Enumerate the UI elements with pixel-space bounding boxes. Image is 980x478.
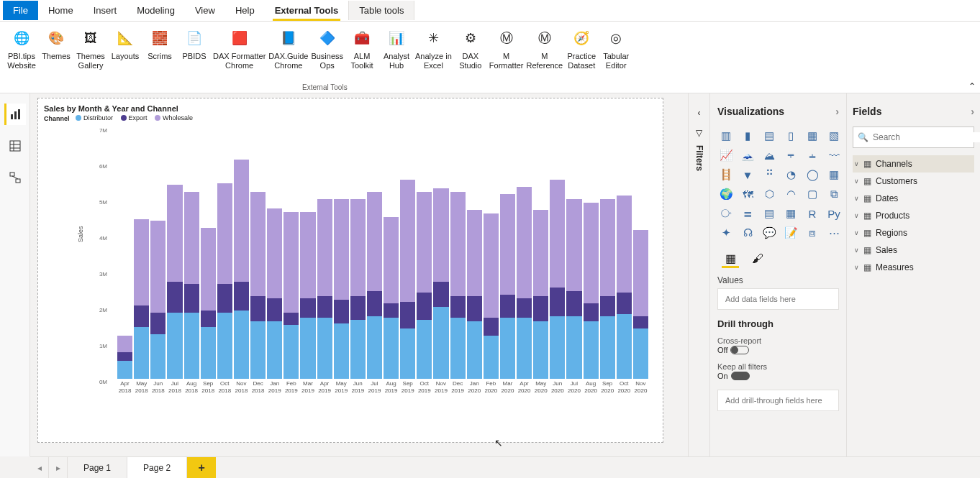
drillthrough-well[interactable]: Add drill-through fields here [717,390,839,411]
page-prev-button[interactable]: ◂ [30,457,49,478]
chart-bar[interactable] [533,210,548,379]
report-canvas[interactable]: Sales by Month & Year and Channel Channe… [37,98,663,443]
chart-bar[interactable] [250,192,266,379]
chart-bar[interactable] [167,185,182,379]
viz-qa-icon[interactable]: 💬 [761,225,778,241]
chart-bar[interactable] [184,192,199,379]
cross-report-toggle[interactable]: Off [717,346,749,354]
viz-paginated-icon[interactable]: ⧈ [804,225,821,241]
viz-multi-card-icon[interactable]: ⧉ [825,186,843,202]
viz-values-well[interactable]: Add data fields here [717,288,839,310]
chart-bar[interactable] [117,336,132,379]
viz-100-stacked-column-icon[interactable]: ▧ [825,128,843,144]
viz-clustered-column-icon[interactable]: ▯ [782,128,799,144]
field-table-row[interactable]: ∨ ▦ Sales [853,242,974,259]
ribbon-tool-9[interactable]: 🧰ALM Toolkit [346,24,378,70]
chart-bar[interactable] [500,194,515,380]
viz-narrative-icon[interactable]: 📝 [782,225,799,241]
page-add-button[interactable]: + [187,457,216,478]
viz-treemap-icon[interactable]: ▦ [825,167,843,183]
viz-waterfall-icon[interactable]: 🪜 [717,167,735,183]
viz-slicer-icon[interactable]: ≣ [739,206,756,221]
field-table-row[interactable]: ∨ ▦ Channels [853,155,974,173]
page-tab-1[interactable]: Page 1 [68,457,127,478]
viz-format-tab[interactable]: 🖌 [749,251,766,268]
viz-100-stacked-bar-icon[interactable]: ▦ [804,128,821,144]
viz-fields-tab[interactable]: ▦ [722,251,739,268]
ribbon-tool-7[interactable]: 📘DAX.Guide Chrome [268,24,308,70]
viz-matrix-icon[interactable]: ▦ [782,206,799,221]
menu-modeling[interactable]: Modeling [127,1,185,20]
rail-model-view[interactable] [4,167,26,188]
viz-line-clustered-icon[interactable]: ⫨ [804,147,821,163]
viz-table-icon[interactable]: ▤ [761,206,778,221]
chart-bar[interactable] [550,180,565,380]
viz-map-icon[interactable]: 🌍 [717,186,735,202]
chart-bar[interactable] [484,213,499,379]
viz-stacked-column-icon[interactable]: ▮ [739,128,756,144]
chart-bar[interactable] [600,199,615,379]
chart-bar[interactable] [150,221,165,379]
chart-bar[interactable] [367,192,382,379]
ribbon-collapse-button[interactable]: ⌃ [968,81,976,91]
ribbon-tool-5[interactable]: 📄PBIDS [178,24,210,61]
chart-bar[interactable] [517,187,532,380]
fields-search-input[interactable] [873,132,980,142]
chart-bar[interactable] [400,180,415,380]
viz-shape-map-icon[interactable]: ⬡ [761,186,778,202]
menu-view[interactable]: View [185,1,225,20]
viz-r-icon[interactable]: R [804,206,821,221]
field-table-row[interactable]: ∨ ▦ Products [853,207,974,224]
menu-external-tools[interactable]: External Tools [265,1,349,20]
field-table-row[interactable]: ∨ ▦ Regions [853,224,974,242]
viz-area-icon[interactable]: 🗻 [739,147,756,163]
viz-funnel-icon[interactable]: ▼ [739,167,756,183]
chart-bar[interactable] [317,199,332,379]
rail-report-view[interactable] [4,104,26,125]
viz-clustered-bar-icon[interactable]: ▤ [761,128,778,144]
field-table-row[interactable]: ∨ ▦ Customers [853,173,974,190]
chart-bar[interactable] [384,217,399,379]
chart-bar[interactable] [633,230,648,380]
chart-bar[interactable] [201,228,216,379]
ribbon-tool-4[interactable]: 🧱Scrims [144,24,176,61]
viz-filled-map-icon[interactable]: 🗺 [739,186,756,202]
menu-table-tools[interactable]: Table tools [348,1,414,20]
ribbon-tool-1[interactable]: 🎨Themes [40,24,72,61]
menu-file[interactable]: File [3,1,38,20]
chart-bar[interactable] [617,196,632,379]
chart-bar[interactable] [300,212,315,380]
chart-bar[interactable] [134,219,149,380]
viz-line-icon[interactable]: 📈 [717,147,735,163]
chart-bar[interactable] [584,203,599,379]
viz-line-column-icon[interactable]: ⫧ [782,147,799,163]
chart-bar[interactable] [433,188,448,379]
viz-collapse-chevron[interactable]: › [835,106,839,117]
viz-gauge-icon[interactable]: ◠ [782,186,799,202]
chart-bar[interactable] [267,208,282,380]
menu-home[interactable]: Home [38,1,83,20]
viz-more-icon[interactable]: ⋯ [825,225,843,241]
viz-scatter-icon[interactable]: ⠛ [761,167,778,183]
chart-bar[interactable] [450,192,466,379]
viz-stacked-area-icon[interactable]: ⛰ [761,147,778,163]
ribbon-tool-11[interactable]: ✳Analyze in Excel [415,24,452,70]
viz-kpi-icon[interactable]: ⧂ [717,206,735,221]
ribbon-tool-16[interactable]: ◎Tabular Editor [600,24,632,70]
ribbon-tool-2[interactable]: 🖼Themes Gallery [75,24,106,70]
chart-bar[interactable] [283,212,299,380]
ribbon-tool-0[interactable]: 🌐PBI.tips Website [6,24,37,70]
chart-bar[interactable] [350,199,366,379]
page-next-button[interactable]: ▸ [49,457,68,478]
viz-card-icon[interactable]: ▢ [804,186,821,202]
ribbon-tool-12[interactable]: ⚙DAX Studio [455,24,486,70]
keep-filters-toggle[interactable]: On [717,372,750,380]
chart-bar[interactable] [217,183,232,380]
ribbon-tool-8[interactable]: 🔷Business Ops [311,24,343,70]
ribbon-tool-13[interactable]: ⓂM Formatter [489,24,524,70]
fields-collapse-chevron[interactable]: › [971,106,974,117]
viz-ribbon-icon[interactable]: 〰 [825,147,843,163]
ribbon-tool-10[interactable]: 📊Analyst Hub [381,24,412,70]
chart-bar[interactable] [334,199,349,379]
ribbon-tool-6[interactable]: 🟥DAX Formatter Chrome [213,24,266,70]
